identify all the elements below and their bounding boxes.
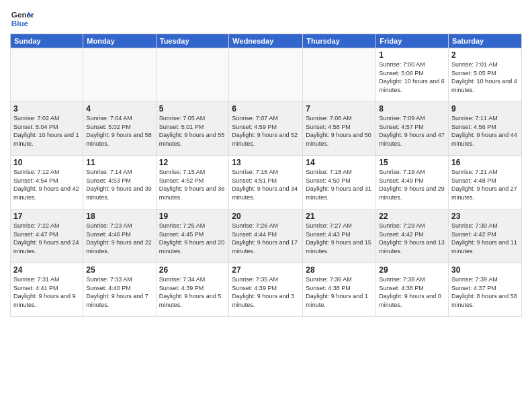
day-number: 15: [379, 158, 445, 167]
svg-text:General: General: [11, 10, 34, 19]
day-info: Sunrise: 7:05 AM Sunset: 5:01 PM Dayligh…: [159, 114, 226, 148]
calendar-cell: 23Sunrise: 7:30 AM Sunset: 4:42 PM Dayli…: [449, 210, 522, 263]
calendar-table: SundayMondayTuesdayWednesdayThursdayFrid…: [10, 34, 522, 317]
calendar-cell: [11, 48, 83, 102]
day-number: 16: [451, 158, 519, 167]
calendar-cell: 14Sunrise: 7:18 AM Sunset: 4:50 PM Dayli…: [303, 156, 376, 210]
day-info: Sunrise: 7:02 AM Sunset: 5:04 PM Dayligh…: [13, 114, 80, 148]
day-info: Sunrise: 7:09 AM Sunset: 4:57 PM Dayligh…: [379, 114, 445, 148]
day-info: Sunrise: 7:33 AM Sunset: 4:40 PM Dayligh…: [86, 275, 152, 309]
day-info: Sunrise: 7:14 AM Sunset: 4:53 PM Dayligh…: [86, 168, 152, 201]
day-info: Sunrise: 7:18 AM Sunset: 4:50 PM Dayligh…: [306, 168, 373, 201]
calendar-cell: 28Sunrise: 7:36 AM Sunset: 4:38 PM Dayli…: [303, 263, 376, 317]
calendar-cell: 19Sunrise: 7:25 AM Sunset: 4:45 PM Dayli…: [156, 210, 229, 263]
day-number: 12: [159, 158, 226, 167]
day-number: 24: [13, 265, 80, 275]
weekday-header-wednesday: Wednesday: [229, 34, 303, 48]
day-info: Sunrise: 7:36 AM Sunset: 4:38 PM Dayligh…: [306, 275, 373, 309]
day-info: Sunrise: 7:38 AM Sunset: 4:38 PM Dayligh…: [379, 275, 445, 309]
calendar-cell: 5Sunrise: 7:05 AM Sunset: 5:01 PM Daylig…: [156, 102, 229, 156]
day-number: 7: [306, 104, 373, 113]
calendar-cell: 15Sunrise: 7:19 AM Sunset: 4:49 PM Dayli…: [376, 156, 449, 210]
day-number: 3: [13, 104, 80, 113]
day-info: Sunrise: 7:00 AM Sunset: 5:06 PM Dayligh…: [379, 60, 445, 94]
calendar-cell: [303, 48, 376, 102]
day-info: Sunrise: 7:07 AM Sunset: 4:59 PM Dayligh…: [232, 114, 300, 148]
day-info: Sunrise: 7:11 AM Sunset: 4:56 PM Dayligh…: [451, 114, 519, 148]
calendar-cell: [83, 48, 156, 102]
day-number: 8: [379, 104, 445, 113]
day-number: 6: [232, 104, 300, 113]
day-number: 17: [13, 212, 80, 221]
day-number: 2: [451, 50, 519, 60]
weekday-header-monday: Monday: [83, 34, 156, 48]
day-number: 22: [379, 212, 445, 221]
calendar-cell: 7Sunrise: 7:08 AM Sunset: 4:58 PM Daylig…: [303, 102, 376, 156]
calendar-cell: 17Sunrise: 7:22 AM Sunset: 4:47 PM Dayli…: [11, 210, 83, 263]
day-info: Sunrise: 7:30 AM Sunset: 4:42 PM Dayligh…: [451, 222, 519, 255]
weekday-header-tuesday: Tuesday: [156, 34, 229, 48]
calendar-cell: 13Sunrise: 7:16 AM Sunset: 4:51 PM Dayli…: [229, 156, 303, 210]
calendar-cell: 29Sunrise: 7:38 AM Sunset: 4:38 PM Dayli…: [376, 263, 449, 317]
day-number: 5: [159, 104, 226, 113]
day-number: 27: [232, 265, 300, 275]
day-info: Sunrise: 7:34 AM Sunset: 4:39 PM Dayligh…: [159, 275, 226, 309]
day-number: 10: [13, 158, 80, 167]
day-number: 23: [451, 212, 519, 221]
day-info: Sunrise: 7:21 AM Sunset: 4:48 PM Dayligh…: [451, 168, 519, 201]
day-number: 4: [86, 104, 152, 113]
day-info: Sunrise: 7:26 AM Sunset: 4:44 PM Dayligh…: [232, 222, 300, 255]
calendar-cell: 27Sunrise: 7:35 AM Sunset: 4:39 PM Dayli…: [229, 263, 303, 317]
day-info: Sunrise: 7:08 AM Sunset: 4:58 PM Dayligh…: [306, 114, 373, 148]
calendar-cell: 18Sunrise: 7:23 AM Sunset: 4:46 PM Dayli…: [83, 210, 156, 263]
day-info: Sunrise: 7:35 AM Sunset: 4:39 PM Dayligh…: [232, 275, 300, 309]
day-info: Sunrise: 7:27 AM Sunset: 4:43 PM Dayligh…: [306, 222, 373, 255]
calendar-cell: 20Sunrise: 7:26 AM Sunset: 4:44 PM Dayli…: [229, 210, 303, 263]
day-number: 28: [306, 265, 373, 275]
calendar-cell: 2Sunrise: 7:01 AM Sunset: 5:05 PM Daylig…: [449, 48, 522, 102]
day-info: Sunrise: 7:15 AM Sunset: 4:52 PM Dayligh…: [159, 168, 226, 201]
calendar-cell: 3Sunrise: 7:02 AM Sunset: 5:04 PM Daylig…: [11, 102, 83, 156]
day-info: Sunrise: 7:04 AM Sunset: 5:02 PM Dayligh…: [86, 114, 152, 148]
calendar-cell: 11Sunrise: 7:14 AM Sunset: 4:53 PM Dayli…: [83, 156, 156, 210]
svg-text:Blue: Blue: [11, 19, 29, 28]
day-number: 1: [379, 50, 445, 60]
calendar-cell: 26Sunrise: 7:34 AM Sunset: 4:39 PM Dayli…: [156, 263, 229, 317]
day-info: Sunrise: 7:22 AM Sunset: 4:47 PM Dayligh…: [13, 222, 80, 255]
weekday-header-sunday: Sunday: [11, 34, 83, 48]
day-number: 26: [159, 265, 226, 275]
calendar-cell: 4Sunrise: 7:04 AM Sunset: 5:02 PM Daylig…: [83, 102, 156, 156]
weekday-header-saturday: Saturday: [449, 34, 522, 48]
calendar-cell: 25Sunrise: 7:33 AM Sunset: 4:40 PM Dayli…: [83, 263, 156, 317]
logo: General Blue: [10, 7, 34, 31]
day-number: 25: [86, 265, 152, 275]
calendar-cell: 6Sunrise: 7:07 AM Sunset: 4:59 PM Daylig…: [229, 102, 303, 156]
day-info: Sunrise: 7:31 AM Sunset: 4:41 PM Dayligh…: [13, 275, 80, 309]
calendar-cell: 22Sunrise: 7:29 AM Sunset: 4:42 PM Dayli…: [376, 210, 449, 263]
calendar-cell: 9Sunrise: 7:11 AM Sunset: 4:56 PM Daylig…: [449, 102, 522, 156]
day-info: Sunrise: 7:16 AM Sunset: 4:51 PM Dayligh…: [232, 168, 300, 201]
day-info: Sunrise: 7:19 AM Sunset: 4:49 PM Dayligh…: [379, 168, 445, 201]
day-number: 11: [86, 158, 152, 167]
day-info: Sunrise: 7:39 AM Sunset: 4:37 PM Dayligh…: [451, 275, 519, 309]
day-number: 30: [451, 265, 519, 275]
calendar-cell: 10Sunrise: 7:12 AM Sunset: 4:54 PM Dayli…: [11, 156, 83, 210]
day-info: Sunrise: 7:23 AM Sunset: 4:46 PM Dayligh…: [86, 222, 152, 255]
day-number: 13: [232, 158, 300, 167]
calendar-cell: 12Sunrise: 7:15 AM Sunset: 4:52 PM Dayli…: [156, 156, 229, 210]
day-info: Sunrise: 7:25 AM Sunset: 4:45 PM Dayligh…: [159, 222, 226, 255]
weekday-header-friday: Friday: [376, 34, 449, 48]
calendar-cell: 8Sunrise: 7:09 AM Sunset: 4:57 PM Daylig…: [376, 102, 449, 156]
day-number: 18: [86, 212, 152, 221]
calendar-cell: 21Sunrise: 7:27 AM Sunset: 4:43 PM Dayli…: [303, 210, 376, 263]
calendar-cell: 30Sunrise: 7:39 AM Sunset: 4:37 PM Dayli…: [449, 263, 522, 317]
day-number: 14: [306, 158, 373, 167]
day-number: 20: [232, 212, 300, 221]
day-number: 19: [159, 212, 226, 221]
calendar-cell: [229, 48, 303, 102]
day-info: Sunrise: 7:29 AM Sunset: 4:42 PM Dayligh…: [379, 222, 445, 255]
day-number: 29: [379, 265, 445, 275]
day-number: 9: [451, 104, 519, 113]
day-info: Sunrise: 7:12 AM Sunset: 4:54 PM Dayligh…: [13, 168, 80, 201]
calendar-cell: 24Sunrise: 7:31 AM Sunset: 4:41 PM Dayli…: [11, 263, 83, 317]
